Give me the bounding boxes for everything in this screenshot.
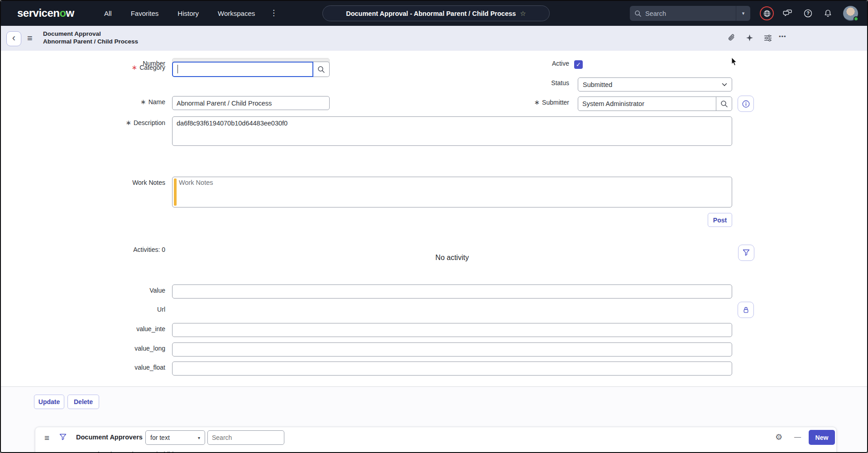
required-asterisk: ∗ <box>132 63 138 72</box>
status-value: Submitted <box>583 81 612 88</box>
logo-text-end: w <box>66 7 74 19</box>
value-inte-input[interactable] <box>172 323 732 337</box>
help-icon[interactable]: ? <box>803 9 813 18</box>
nav-more-icon[interactable]: ⋮ <box>270 8 278 18</box>
post-button[interactable]: Post <box>708 213 732 227</box>
submitter-search-icon[interactable] <box>716 97 732 111</box>
footer-delete-button[interactable]: Delete <box>67 395 99 409</box>
form-title-table: Document Approval <box>43 30 101 37</box>
active-label: Active <box>454 60 569 67</box>
work-notes-label: Work Notes <box>28 179 165 186</box>
nav-favorites[interactable]: Favorites <box>131 10 159 17</box>
top-navigation-bar: servicenow All Favorites History Workspa… <box>1 1 867 26</box>
form-title-record: Abnormal Parent / Child Process <box>43 38 138 45</box>
name-label: ∗ Name <box>28 98 165 106</box>
category-label: ∗ Category <box>28 63 165 72</box>
logo-text: servicen <box>17 7 59 19</box>
logo-green-o: o <box>59 7 66 19</box>
chevron-down-icon <box>722 83 727 87</box>
submitter-field <box>578 96 732 111</box>
list-filter-icon[interactable] <box>59 433 67 441</box>
submitter-input[interactable] <box>578 97 716 111</box>
servicenow-app-window: servicenow All Favorites History Workspa… <box>0 0 868 453</box>
avatar-status-dot <box>854 16 858 21</box>
bottom-zone: Update Delete ≡ Document Approvers for t… <box>1 387 867 453</box>
work-notes-yellow-bar <box>174 178 177 206</box>
more-ellipsis-icon[interactable]: ••• <box>779 33 786 40</box>
user-avatar[interactable] <box>843 6 858 21</box>
chevron-left-icon: ‹ <box>12 32 15 43</box>
value-float-label: value_float <box>28 364 165 371</box>
record-tab-title: Document Approval - Abnormal Parent / Ch… <box>346 10 516 17</box>
collapse-minus-icon[interactable]: — <box>794 433 801 440</box>
nav-history[interactable]: History <box>177 10 199 17</box>
list-filter-breadcrumb[interactable]: Document approval = Abnormal Parent / Ch… <box>44 451 198 453</box>
gear-icon[interactable]: ⚙ <box>775 432 782 442</box>
search-dropdown-arrow-icon[interactable]: ▾ <box>736 6 750 21</box>
current-record-tab[interactable]: Document Approval - Abnormal Parent / Ch… <box>322 5 550 21</box>
form-context-menu-icon[interactable]: ≡ <box>27 33 33 43</box>
svg-text:?: ? <box>806 10 810 16</box>
value-label: Value <box>28 287 165 294</box>
back-button[interactable]: ‹ <box>6 31 21 46</box>
related-list-header: ≡ Document Approvers for text ▾ ⚙ — New <box>35 427 836 448</box>
nav-workspaces[interactable]: Workspaces <box>218 10 255 17</box>
description-textarea[interactable]: da6f8c93f6194070b10d64483ee030f0 <box>172 116 732 146</box>
text-caret <box>177 65 178 73</box>
activities-label: Activities: 0 <box>28 246 165 253</box>
active-checkbox[interactable]: ✓ <box>574 60 583 69</box>
related-list-title: Document Approvers <box>76 434 143 441</box>
work-notes-textarea[interactable] <box>179 179 730 205</box>
list-search-input[interactable] <box>207 430 284 445</box>
record-form: Number Active ✓ ∗ Category Status Submit… <box>1 51 867 386</box>
category-field <box>172 62 330 77</box>
status-label: Status <box>454 79 569 87</box>
footer-update-button[interactable]: Update <box>34 395 64 409</box>
favorite-star-icon[interactable]: ☆ <box>520 10 526 18</box>
attachment-paperclip-icon[interactable] <box>727 34 736 43</box>
chat-icon[interactable] <box>783 9 792 18</box>
mandatory-asterisk: ∗ <box>534 98 540 106</box>
global-search-input[interactable] <box>645 10 736 17</box>
servicenow-logo[interactable]: servicenow <box>17 7 74 19</box>
value-inte-label: value_inte <box>28 325 165 333</box>
value-long-label: value_long <box>28 345 165 352</box>
global-search: ▾ <box>630 6 750 21</box>
name-input[interactable] <box>172 96 330 110</box>
list-search-type-value: for text <box>150 434 170 441</box>
work-notes-field <box>172 177 732 207</box>
category-input[interactable] <box>172 62 313 77</box>
mandatory-asterisk: ∗ <box>125 119 131 127</box>
url-label: Url <box>28 306 165 313</box>
personalize-sliders-icon[interactable] <box>763 34 772 43</box>
value-float-input[interactable] <box>172 361 732 376</box>
globe-icon[interactable] <box>760 6 774 20</box>
category-search-icon[interactable] <box>313 62 330 77</box>
submitter-label: ∗ Submitter <box>454 98 569 106</box>
activity-filter-icon[interactable] <box>738 245 754 261</box>
primary-nav: All Favorites History Workspaces <box>104 1 255 26</box>
form-header-bar: ‹ ≡ Document Approval Abnormal Parent / … <box>1 26 867 51</box>
notifications-bell-icon[interactable] <box>823 9 833 18</box>
mandatory-asterisk: ∗ <box>140 98 146 106</box>
submitter-info-icon[interactable] <box>738 96 754 112</box>
value-input[interactable] <box>172 284 732 299</box>
search-icon <box>634 10 642 17</box>
list-search-type-select[interactable]: for text ▾ <box>145 430 205 445</box>
status-select[interactable]: Submitted <box>578 77 732 92</box>
nav-all[interactable]: All <box>104 10 112 17</box>
url-lock-icon[interactable] <box>738 302 754 318</box>
ai-sparkle-icon[interactable] <box>745 34 754 42</box>
list-context-menu-icon[interactable]: ≡ <box>44 433 49 443</box>
description-label: ∗ Description <box>28 119 165 127</box>
no-activity-text: No activity <box>172 254 732 262</box>
new-button[interactable]: New <box>809 430 835 445</box>
value-long-input[interactable] <box>172 342 732 357</box>
select-arrow-icon: ▾ <box>198 435 200 440</box>
related-list-document-approvers: ≡ Document Approvers for text ▾ ⚙ — New … <box>35 427 837 453</box>
checkbox-check-icon: ✓ <box>576 61 581 68</box>
